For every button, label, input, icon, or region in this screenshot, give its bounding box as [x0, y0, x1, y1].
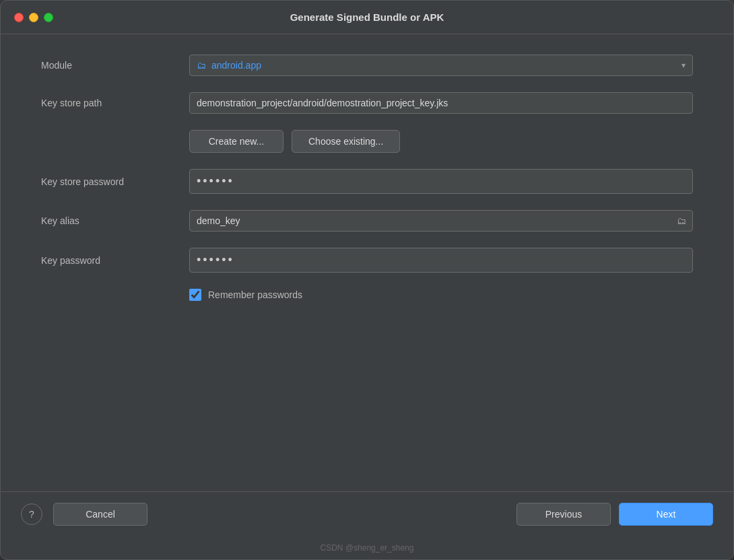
cancel-button[interactable]: Cancel: [53, 503, 147, 526]
module-dropdown[interactable]: 🗂 android.app ▾: [189, 55, 693, 76]
key-password-label: Key password: [41, 255, 189, 266]
key-store-path-label: Key store path: [41, 98, 189, 108]
title-bar: Generate Signed Bundle or APK: [1, 1, 733, 34]
watermark: CSDN @sheng_er_sheng: [1, 539, 733, 559]
chevron-down-icon: ▾: [681, 61, 686, 70]
module-label: Module: [41, 60, 189, 71]
key-store-buttons-row: Create new... Choose existing...: [41, 130, 693, 153]
module-row: Module 🗂 android.app ▾: [41, 55, 693, 76]
minimize-button[interactable]: [29, 13, 38, 22]
folder-icon[interactable]: 🗂: [677, 215, 686, 226]
watermark-text: CSDN @sheng_er_sheng: [321, 543, 414, 553]
dialog: Generate Signed Bundle or APK Module 🗂 a…: [0, 0, 734, 560]
remember-passwords-row: Remember passwords: [41, 289, 693, 301]
previous-button[interactable]: Previous: [516, 503, 611, 526]
close-button[interactable]: [14, 13, 24, 22]
key-store-password-input[interactable]: [189, 169, 693, 194]
key-alias-label: Key alias: [41, 215, 189, 226]
key-alias-row: Key alias 🗂: [41, 210, 693, 232]
key-password-input[interactable]: [189, 248, 693, 273]
key-store-password-row: Key store password: [41, 169, 693, 194]
key-alias-input[interactable]: [189, 210, 693, 232]
module-value: android.app: [211, 60, 261, 71]
footer: ? Cancel Previous Next: [1, 491, 733, 539]
key-store-path-input[interactable]: [189, 92, 693, 114]
create-new-button[interactable]: Create new...: [189, 130, 283, 153]
help-button[interactable]: ?: [21, 503, 42, 525]
key-store-path-row: Key store path: [41, 92, 693, 114]
key-store-password-label: Key store password: [41, 176, 189, 187]
form-content: Module 🗂 android.app ▾ Key store path Cr…: [1, 34, 733, 491]
remember-passwords-checkbox[interactable]: [189, 289, 201, 301]
dialog-title: Generate Signed Bundle or APK: [290, 11, 444, 23]
maximize-button[interactable]: [44, 13, 53, 22]
choose-existing-button[interactable]: Choose existing...: [292, 130, 400, 153]
key-password-row: Key password: [41, 248, 693, 273]
footer-left: ? Cancel: [21, 503, 147, 526]
footer-right: Previous Next: [516, 503, 713, 526]
module-icon: 🗂: [197, 60, 206, 71]
remember-passwords-label: Remember passwords: [208, 289, 302, 300]
key-alias-input-wrapper: 🗂: [189, 210, 693, 232]
traffic-lights: [14, 13, 53, 22]
module-left: 🗂 android.app: [197, 60, 261, 71]
next-button[interactable]: Next: [619, 503, 713, 526]
